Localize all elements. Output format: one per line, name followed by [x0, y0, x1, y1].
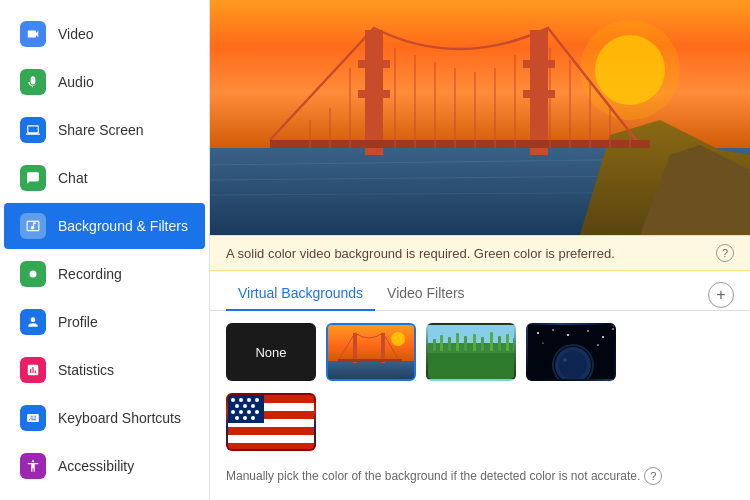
svg-point-83	[247, 410, 251, 414]
svg-point-76	[247, 398, 251, 402]
tabs-left: Virtual Backgrounds Video Filters	[226, 279, 477, 310]
svg-point-63	[597, 344, 599, 346]
background-flag-thumb[interactable]	[226, 393, 316, 451]
audio-icon	[20, 69, 46, 95]
sidebar-item-chat-label: Chat	[58, 170, 88, 186]
sidebar-item-background-filters-label: Background & Filters	[58, 218, 188, 234]
tab-video-filters[interactable]: Video Filters	[375, 279, 477, 311]
sidebar-item-accessibility[interactable]: Accessibility	[4, 443, 205, 489]
svg-rect-43	[448, 337, 451, 351]
bottom-note-text: Manually pick the color of the backgroun…	[226, 469, 640, 483]
warning-bar: A solid color video background is requir…	[210, 235, 750, 271]
sidebar-item-keyboard-shortcuts[interactable]: Keyboard Shortcuts	[4, 395, 205, 441]
sidebar-item-statistics-label: Statistics	[58, 362, 114, 378]
svg-point-75	[239, 398, 243, 402]
svg-point-87	[251, 416, 255, 420]
warning-message: A solid color video background is requir…	[226, 246, 615, 261]
svg-point-61	[612, 328, 614, 330]
svg-point-55	[563, 358, 567, 362]
svg-rect-35	[353, 333, 357, 363]
chat-icon	[20, 165, 46, 191]
warning-help-icon[interactable]: ?	[716, 244, 734, 262]
recording-icon	[20, 261, 46, 287]
share-screen-icon	[20, 117, 46, 143]
statistics-icon	[20, 357, 46, 383]
svg-point-54	[559, 351, 587, 379]
video-preview	[210, 0, 750, 235]
sidebar-item-background-filters[interactable]: Background & Filters	[4, 203, 205, 249]
svg-point-74	[231, 398, 235, 402]
sidebar-item-share-screen-label: Share Screen	[58, 122, 144, 138]
sidebar-item-video-label: Video	[58, 26, 94, 42]
warning-text: A solid color video background is requir…	[226, 246, 615, 261]
svg-point-82	[239, 410, 243, 414]
svg-point-60	[602, 336, 604, 338]
main-content: A solid color video background is requir…	[210, 0, 750, 500]
svg-point-0	[30, 271, 37, 278]
background-none-thumb[interactable]: None	[226, 323, 316, 381]
svg-rect-37	[338, 359, 402, 362]
sidebar-item-recording[interactable]: Recording	[4, 251, 205, 297]
svg-rect-42	[440, 335, 443, 351]
sidebar-item-accessibility-label: Accessibility	[58, 458, 134, 474]
svg-rect-72	[228, 443, 316, 451]
svg-point-80	[251, 404, 255, 408]
svg-point-62	[542, 342, 543, 343]
svg-point-79	[243, 404, 247, 408]
svg-point-56	[537, 332, 539, 334]
accessibility-icon	[20, 453, 46, 479]
svg-rect-71	[228, 435, 316, 443]
svg-rect-34	[328, 361, 416, 381]
svg-rect-46	[473, 334, 476, 351]
sidebar-item-recording-label: Recording	[58, 266, 122, 282]
svg-point-59	[587, 330, 589, 332]
svg-rect-50	[506, 334, 509, 351]
svg-rect-49	[498, 336, 501, 351]
svg-point-3	[580, 20, 680, 120]
background-bridge-thumb[interactable]	[326, 323, 416, 381]
svg-point-81	[231, 410, 235, 414]
keyboard-shortcuts-icon	[20, 405, 46, 431]
background-green-thumb[interactable]	[426, 323, 516, 381]
svg-rect-16	[270, 140, 650, 148]
svg-rect-41	[433, 339, 436, 351]
svg-point-57	[552, 329, 554, 331]
none-label: None	[255, 345, 286, 360]
tab-virtual-backgrounds[interactable]: Virtual Backgrounds	[226, 279, 375, 311]
svg-rect-12	[358, 60, 390, 68]
sidebar-item-video[interactable]: Video	[4, 11, 205, 57]
svg-rect-51	[513, 338, 516, 351]
svg-rect-48	[490, 332, 493, 351]
background-filters-icon	[20, 213, 46, 239]
bottom-note: Manually pick the color of the backgroun…	[210, 459, 750, 493]
sidebar-item-profile[interactable]: Profile	[4, 299, 205, 345]
svg-point-86	[243, 416, 247, 420]
svg-point-77	[255, 398, 259, 402]
bottom-help-icon[interactable]: ?	[644, 467, 662, 485]
tabs-row: Virtual Backgrounds Video Filters +	[210, 271, 750, 311]
svg-point-78	[235, 404, 239, 408]
svg-rect-44	[456, 333, 459, 351]
sidebar-item-profile-label: Profile	[58, 314, 98, 330]
svg-point-33	[391, 332, 405, 346]
sidebar-item-keyboard-shortcuts-label: Keyboard Shortcuts	[58, 410, 181, 426]
add-background-button[interactable]: +	[708, 282, 734, 308]
sidebar-item-audio[interactable]: Audio	[4, 59, 205, 105]
sidebar-item-chat[interactable]: Chat	[4, 155, 205, 201]
svg-rect-13	[358, 90, 390, 98]
svg-rect-45	[464, 336, 467, 351]
thumbnails-row-1: None	[210, 311, 750, 393]
sidebar-item-statistics[interactable]: Statistics	[4, 347, 205, 393]
thumbnails-row-2	[210, 393, 750, 459]
sidebar-item-audio-label: Audio	[58, 74, 94, 90]
svg-rect-47	[481, 337, 484, 351]
profile-icon	[20, 309, 46, 335]
svg-point-58	[567, 334, 569, 336]
svg-point-85	[235, 416, 239, 420]
svg-point-84	[255, 410, 259, 414]
sidebar-item-share-screen[interactable]: Share Screen	[4, 107, 205, 153]
svg-rect-36	[381, 333, 385, 363]
svg-rect-70	[228, 427, 316, 435]
video-icon	[20, 21, 46, 47]
background-space-thumb[interactable]	[526, 323, 616, 381]
